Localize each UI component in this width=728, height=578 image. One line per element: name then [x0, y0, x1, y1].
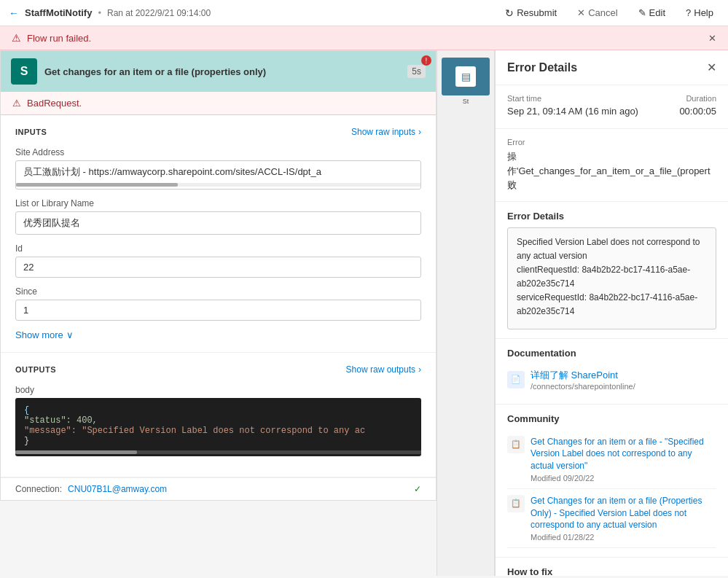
since-field: Since 1 [15, 286, 421, 321]
community-item-0[interactable]: 📋 Get Changes for an item or a file - "S… [507, 430, 716, 489]
community-text-0: Get Changes for an item or a file - "Spe… [531, 436, 716, 472]
right-panel-title: Error Details [507, 61, 577, 74]
duration-label: Duration [679, 94, 716, 103]
show-raw-outputs-button[interactable]: Show raw outputs › [346, 364, 421, 375]
topbar: ← StaffMotiNotify • Ran at 2022/9/21 09:… [0, 0, 728, 26]
start-time-value: Sep 21, 09:14 AM (16 min ago) [507, 106, 638, 117]
connection-label: Connection: [15, 484, 62, 494]
error-banner-text: Flow run failed. [27, 33, 91, 44]
warning-icon: ⚠ [12, 98, 21, 109]
resubmit-button[interactable]: ↻ Resubmit [499, 4, 563, 22]
check-icon: ✓ [414, 484, 421, 494]
community-item-1[interactable]: 📋 Get Changes for an item or a file (Pro… [507, 489, 716, 548]
id-label: Id [15, 243, 421, 254]
show-more-button[interactable]: Show more ∨ [15, 329, 421, 340]
how-to-fix-section: How to fix To make this flow work, inspe… [496, 558, 728, 576]
action-icon: S [11, 58, 37, 85]
code-line1: { [24, 405, 412, 415]
code-line2: "status": 400, [24, 415, 412, 426]
action-title: Get changes for an item or a file (prope… [44, 66, 400, 77]
doc-link[interactable]: 📄 详细了解 SharePoint /connectors/sharepoint… [507, 364, 716, 395]
inputs-section: INPUTS Show raw inputs › Site Address 员工… [1, 115, 436, 353]
community-title: Community [507, 413, 716, 424]
since-value: 1 [15, 300, 421, 321]
strip-card: ▤ [442, 58, 490, 95]
list-name-field: List or Library Name 优秀团队提名 [15, 198, 421, 235]
since-label: Since [15, 286, 421, 297]
outputs-section: OUTPUTS Show raw outputs › body { "statu… [1, 353, 436, 477]
outputs-header: OUTPUTS Show raw outputs › [15, 364, 421, 375]
community-text-1: Get Changes for an item or a file (Prope… [531, 495, 716, 531]
chevron-right-icon: › [418, 364, 421, 375]
doc-icon: 📄 [507, 371, 525, 388]
strip-icon: ▤ [455, 66, 476, 87]
error-details-title: Error Details [507, 211, 716, 222]
community-date-1: Modified 01/28/22 [531, 533, 716, 542]
how-to-fix-title: How to fix [507, 566, 716, 576]
edit-button[interactable]: ✎ Edit [633, 4, 671, 21]
middle-strip: ▤ St [437, 50, 495, 576]
close-panel-button[interactable]: ✕ [707, 60, 716, 74]
topbar-right: ↻ Resubmit ✕ Cancel ✎ Edit ? Help [499, 4, 719, 22]
id-field: Id 22 [15, 243, 421, 278]
help-icon: ? [686, 7, 691, 18]
back-arrow-icon[interactable]: ← [9, 7, 19, 19]
left-panel: S Get changes for an item or a file (pro… [0, 50, 437, 576]
error-details-text: Specified Version Label does not corresp… [517, 237, 702, 317]
doc-link-text: 详细了解 SharePoint [531, 369, 635, 382]
error-label: Error [507, 138, 716, 147]
cancel-button[interactable]: ✕ Cancel [571, 4, 623, 21]
code-line3: "message": "Specified Version Label does… [24, 426, 412, 436]
topbar-separator: • [98, 7, 101, 18]
code-output: { "status": 400, "message": "Specified V… [15, 398, 421, 456]
error-section: Error 操作'Get_changes_for_an_item_or_a_fi… [496, 129, 728, 202]
show-raw-inputs-button[interactable]: Show raw inputs › [351, 127, 421, 137]
community-icon-1: 📋 [507, 495, 525, 512]
documentation-section: Documentation 📄 详细了解 SharePoint /connect… [496, 339, 728, 405]
strip-label: St [442, 98, 490, 105]
id-value: 22 [15, 257, 421, 278]
run-info: Ran at 2022/9/21 09:14:00 [107, 8, 211, 18]
site-address-field: Site Address 员工激励计划 - https://amwaycorp.… [15, 147, 421, 190]
site-address-value: 员工激励计划 - https://amwaycorp.sharepoint.co… [15, 160, 421, 190]
error-details-box: Specified Version Label does not corresp… [507, 227, 716, 329]
community-date-0: Modified 09/20/22 [531, 474, 716, 483]
action-header: S Get changes for an item or a file (pro… [1, 51, 436, 92]
badrequest-text: BadRequest. [27, 98, 82, 109]
doc-link-sub: /connectors/sharepointonline/ [531, 382, 635, 391]
start-duration-section: Start time Sep 21, 09:14 AM (16 min ago)… [496, 85, 728, 129]
error-details-section: Error Details Specified Version Label do… [496, 202, 728, 339]
outputs-label: OUTPUTS [15, 365, 56, 374]
list-name-label: List or Library Name [15, 198, 421, 208]
close-banner-icon[interactable]: ✕ [708, 33, 716, 44]
duration-value: 00:00:05 [679, 106, 716, 117]
community-section: Community 📋 Get Changes for an item or a… [496, 405, 728, 558]
right-panel: Error Details ✕ Start time Sep 21, 09:14… [495, 50, 728, 576]
cancel-icon: ✕ [577, 7, 585, 18]
error-text: 操作'Get_changes_for_an_item_or_a_file_(pr… [507, 149, 716, 192]
help-button[interactable]: ? Help [680, 4, 719, 21]
documentation-title: Documentation [507, 348, 716, 359]
topbar-left: ← StaffMotiNotify • Ran at 2022/9/21 09:… [9, 7, 211, 19]
list-name-value: 优秀团队提名 [15, 211, 421, 235]
error-banner-icon: ⚠ [12, 32, 21, 44]
site-address-label: Site Address [15, 147, 421, 157]
body-field: body { "status": 400, "message": "Specif… [15, 385, 421, 456]
connection-email[interactable]: CNU07B1L@amway.com [68, 484, 167, 494]
right-panel-header: Error Details ✕ [496, 50, 728, 85]
show-more-label: Show more [15, 329, 63, 340]
body-label: body [15, 385, 421, 395]
error-badge: ! [421, 55, 431, 66]
inputs-header: INPUTS Show raw inputs › [15, 127, 421, 137]
start-time-label: Start time [507, 94, 638, 103]
badrequest-bar: ⚠ BadRequest. [1, 92, 436, 115]
resubmit-icon: ↻ [505, 7, 514, 19]
flow-name: StaffMotiNotify [25, 7, 92, 18]
error-banner: ⚠ Flow run failed. ✕ [0, 26, 728, 50]
action-duration: 5s [407, 65, 426, 78]
action-card: S Get changes for an item or a file (pro… [0, 50, 437, 501]
connection-bar: Connection: CNU07B1L@amway.com ✓ [1, 477, 436, 500]
code-line4: } [24, 436, 412, 446]
edit-icon: ✎ [638, 7, 646, 18]
main-layout: S Get changes for an item or a file (pro… [0, 50, 728, 576]
